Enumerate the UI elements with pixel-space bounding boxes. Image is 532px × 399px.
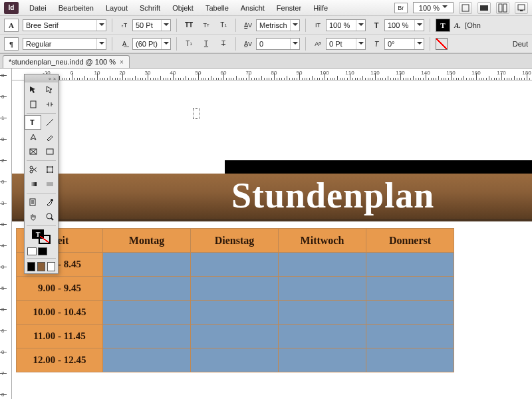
- schedule-cell[interactable]: [279, 301, 366, 325]
- schedule-cell[interactable]: [279, 253, 366, 277]
- superscript-button[interactable]: T1: [217, 19, 230, 31]
- rectangle-tool[interactable]: [41, 144, 58, 159]
- menu-bearbeiten[interactable]: Bearbeiten: [53, 3, 99, 13]
- menu-schrift[interactable]: Schrift: [134, 3, 166, 13]
- schedule-cell[interactable]: [103, 253, 191, 277]
- schedule-cell[interactable]: [103, 325, 191, 348]
- leading-combo[interactable]: [132, 38, 171, 50]
- apply-none-icon[interactable]: [47, 262, 55, 271]
- hand-tool[interactable]: [25, 209, 41, 224]
- menu-tabelle[interactable]: Tabelle: [200, 3, 234, 13]
- schedule-cell[interactable]: [366, 325, 454, 348]
- chevron-down-icon[interactable]: [96, 20, 106, 31]
- apply-gradient-icon[interactable]: [37, 262, 45, 271]
- zoom-tool[interactable]: [41, 209, 58, 224]
- baseline-combo[interactable]: [326, 38, 366, 50]
- direct-selection-tool[interactable]: [41, 82, 58, 97]
- zoom-level[interactable]: 100 %: [413, 2, 454, 13]
- time-cell[interactable]: 9.00 - 9.45: [17, 277, 103, 301]
- bridge-icon[interactable]: Br: [394, 3, 408, 13]
- header-cell[interactable]: Mittwoch: [279, 229, 366, 253]
- close-icon[interactable]: ×: [120, 59, 124, 66]
- text-stroke-icon[interactable]: [39, 235, 51, 244]
- schedule-cell[interactable]: [279, 348, 366, 372]
- gap-tool[interactable]: [41, 97, 58, 112]
- menu-hilfe[interactable]: Hilfe: [308, 3, 333, 13]
- rectangle-frame-tool[interactable]: [25, 144, 41, 159]
- menu-layout[interactable]: Layout: [100, 3, 133, 13]
- document-tab[interactable]: *stundenplan_neu.indd @ 100 % ×: [3, 55, 130, 68]
- font-family-input[interactable]: [23, 20, 96, 31]
- document-title[interactable]: Stundenplan: [231, 175, 434, 216]
- note-tool[interactable]: [25, 195, 41, 209]
- schedule-cell[interactable]: [103, 277, 191, 301]
- font-size-combo[interactable]: [132, 19, 171, 31]
- selection-tool[interactable]: [25, 82, 41, 97]
- schedule-table[interactable]: ZeitMontagDienstagMittwochDonnerst8.00 -…: [16, 228, 532, 372]
- schedule-cell[interactable]: [191, 301, 279, 325]
- fill-none-icon[interactable]: [436, 38, 448, 50]
- header-cell[interactable]: Donnerst: [366, 229, 454, 253]
- menu-fenster[interactable]: Fenster: [271, 3, 307, 13]
- font-family-combo[interactable]: [23, 19, 106, 31]
- free-transform-tool[interactable]: [41, 162, 58, 177]
- tools-panel[interactable]: «× T T: [24, 74, 59, 274]
- language-label[interactable]: Deut: [513, 40, 528, 48]
- screen-mode-button[interactable]: [515, 2, 528, 14]
- collapse-icon[interactable]: «: [49, 76, 51, 81]
- time-cell[interactable]: 12.00 - 12.45: [17, 348, 103, 372]
- menu-ansicht[interactable]: Ansicht: [235, 3, 270, 13]
- vscale-combo[interactable]: [326, 19, 366, 31]
- subscript-button[interactable]: T1: [182, 38, 196, 50]
- eyedropper-tool[interactable]: [41, 195, 58, 209]
- line-tool[interactable]: [41, 115, 58, 130]
- close-icon[interactable]: ×: [53, 76, 56, 81]
- schedule-cell[interactable]: [366, 301, 454, 325]
- schedule-cell[interactable]: [191, 253, 279, 277]
- hscale-combo[interactable]: [384, 19, 424, 31]
- type-tool[interactable]: T: [25, 115, 41, 130]
- pen-tool[interactable]: [25, 130, 41, 144]
- page-tool[interactable]: [25, 97, 41, 112]
- font-style-combo[interactable]: [23, 38, 106, 50]
- all-caps-button[interactable]: TT: [182, 19, 196, 31]
- schedule-cell[interactable]: [366, 348, 454, 372]
- default-swatch-icon[interactable]: [27, 247, 37, 255]
- arrange-button[interactable]: [496, 2, 509, 14]
- skew-combo[interactable]: [384, 38, 424, 50]
- fill-stroke-swatch[interactable]: T: [25, 227, 58, 246]
- underline-button[interactable]: T: [200, 38, 213, 50]
- strikethrough-button[interactable]: T: [217, 38, 230, 50]
- paragraph-style-label[interactable]: [Ohn: [465, 21, 481, 29]
- schedule-cell[interactable]: [191, 325, 279, 348]
- paragraph-mode-icon[interactable]: ¶: [4, 37, 19, 51]
- canvas[interactable]: Stundenplan ZeitMontagDienstagMittwochDo…: [12, 80, 532, 399]
- schedule-cell[interactable]: [191, 277, 279, 301]
- menu-datei[interactable]: Datei: [24, 3, 52, 13]
- char-fill-icon[interactable]: T: [436, 19, 450, 32]
- time-cell[interactable]: 10.00 - 10.45: [17, 301, 103, 325]
- panel-header[interactable]: «×: [25, 74, 58, 82]
- view-mode-button-2[interactable]: [477, 2, 491, 14]
- apply-color-icon[interactable]: [27, 262, 35, 271]
- header-cell[interactable]: Montag: [103, 229, 191, 253]
- header-cell[interactable]: Dienstag: [191, 229, 279, 253]
- tracking-combo[interactable]: [256, 38, 300, 50]
- schedule-cell[interactable]: [279, 277, 366, 301]
- kerning-combo[interactable]: [256, 19, 300, 31]
- schedule-cell[interactable]: [366, 253, 454, 277]
- swap-swatch-icon[interactable]: [38, 247, 47, 255]
- character-mode-icon[interactable]: A: [4, 19, 19, 32]
- schedule-cell[interactable]: [279, 325, 366, 348]
- gradient-feather-tool[interactable]: [41, 177, 58, 192]
- pencil-tool[interactable]: [41, 130, 58, 144]
- view-mode-button-1[interactable]: [459, 2, 472, 14]
- small-caps-button[interactable]: TT: [200, 19, 213, 31]
- menu-objekt[interactable]: Objekt: [167, 3, 199, 13]
- schedule-cell[interactable]: [191, 348, 279, 372]
- scissors-tool[interactable]: [25, 162, 41, 177]
- schedule-cell[interactable]: [366, 277, 454, 301]
- time-cell[interactable]: 11.00 - 11.45: [17, 325, 103, 348]
- gradient-swatch-tool[interactable]: [25, 177, 41, 192]
- schedule-cell[interactable]: [103, 301, 191, 325]
